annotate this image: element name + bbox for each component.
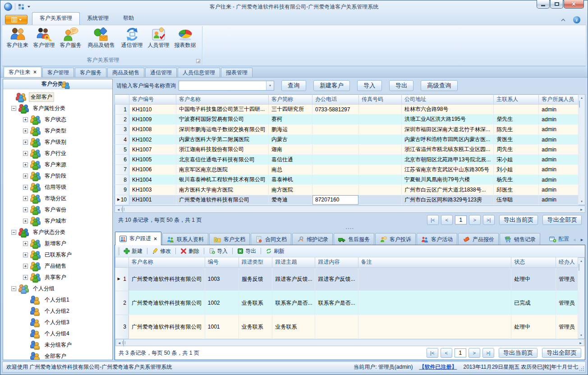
tree-item-customer-stage[interactable]: 客户阶段 <box>3 170 112 182</box>
cell[interactable]: 爱奇迪 <box>269 195 312 205</box>
cell[interactable]: 广州爱奇迪软件科技有限公司 <box>129 291 205 315</box>
page-number-input[interactable] <box>455 348 466 357</box>
cell[interactable] <box>312 134 359 144</box>
cell[interactable]: KH1002 <box>129 134 176 144</box>
cell[interactable]: 陈先生 <box>494 124 539 134</box>
last-page-button[interactable]: >| <box>483 215 495 225</box>
column-header[interactable]: 办公电话 <box>312 95 359 105</box>
cell[interactable]: 中国电子科技集团公司第三十四研... <box>176 105 269 114</box>
import-records-button[interactable]: 导入 <box>209 247 228 255</box>
cell[interactable]: 宋小姐 <box>494 155 539 165</box>
cell[interactable]: 嘉信仕通 <box>269 155 312 165</box>
cell[interactable]: admin <box>539 175 579 185</box>
cell[interactable]: 管理员 <box>556 315 578 339</box>
app-menu-button[interactable] <box>5 15 28 24</box>
tab-complaints[interactable]: 客户投诉 <box>375 233 416 245</box>
cell[interactable]: 周先生 <box>494 145 539 155</box>
cell[interactable]: 处理中 <box>511 267 556 291</box>
export-all-pages-button[interactable]: 导出全部页 <box>542 348 581 358</box>
cell[interactable]: 杨先生 <box>494 175 539 185</box>
edit-record-button[interactable]: 修改 <box>152 247 171 255</box>
cell[interactable]: 南方医院 <box>269 185 312 195</box>
cell[interactable] <box>312 185 359 195</box>
cell[interactable]: admin <box>539 105 579 114</box>
cell[interactable]: 浙江迦南科技股份有限公司 <box>176 145 269 155</box>
cell[interactable]: 1001 <box>205 315 239 339</box>
table-row[interactable]: 6KH1005北京嘉信仕通电子科技有限公司嘉信仕通北京市朝阳区北苑路甲13号院北… <box>115 155 579 165</box>
cell[interactable] <box>494 105 539 114</box>
cell[interactable]: 内蒙古 <box>269 134 312 144</box>
scroll-left-icon[interactable] <box>115 206 122 212</box>
cell[interactable] <box>312 165 359 174</box>
row-indicator[interactable]: 2 <box>115 291 129 315</box>
config-button[interactable]: 配置 <box>548 235 570 245</box>
cell[interactable]: 南京军区南京总医院 <box>176 165 269 174</box>
tab-activities[interactable]: 客户活动 <box>417 233 457 245</box>
column-header-indicator[interactable] <box>115 257 129 267</box>
query-button[interactable]: 查询 <box>281 80 306 91</box>
cell[interactable]: 深圳市福田区深南大道北竹子林深... <box>402 124 494 134</box>
cell[interactable]: KH1008 <box>129 124 176 134</box>
cell[interactable]: 嘉泰神机 <box>269 175 312 185</box>
scroll-right-icon[interactable] <box>577 339 584 346</box>
row-indicator[interactable]: 2 <box>115 114 129 124</box>
cell[interactable]: 业务联系 <box>239 291 272 315</box>
tab-scroll-right-icon[interactable] <box>579 238 585 245</box>
cell[interactable] <box>359 175 402 185</box>
cell[interactable] <box>359 185 402 195</box>
doc-tab-reports[interactable]: 报表管理 <box>221 68 253 77</box>
cell[interactable] <box>359 114 402 124</box>
tab-close-icon[interactable] <box>33 69 37 75</box>
cell[interactable]: 南总 <box>269 165 312 174</box>
table-row[interactable]: 7KH1006南京军区南京总医院南总江苏省南京市玄武区中山东路305号刘小姐ad… <box>115 165 579 174</box>
doc-tab-communication[interactable]: 通信管理 <box>145 68 177 77</box>
cell[interactable]: admin <box>539 195 579 205</box>
cell[interactable] <box>312 155 359 165</box>
cell[interactable] <box>358 315 511 339</box>
cell[interactable]: 管理员 <box>556 291 578 315</box>
column-header[interactable]: 客户简称 <box>269 95 312 105</box>
column-header[interactable]: 备注 <box>358 257 511 267</box>
cell[interactable]: 迦南 <box>269 145 312 155</box>
tab-product-quotes[interactable]: 产品报价 <box>458 233 499 245</box>
panel-splitter[interactable] <box>115 226 585 231</box>
cell[interactable]: 内蒙古医科大学第二附属医院 <box>176 134 269 144</box>
scrollbar-track[interactable] <box>122 206 578 212</box>
cell[interactable]: KH1010 <box>129 105 176 114</box>
column-header[interactable]: 主联系人 <box>494 95 539 105</box>
cell[interactable] <box>359 105 402 114</box>
cell[interactable]: 黄医生 <box>494 134 539 144</box>
expand-toggle-icon[interactable] <box>23 140 28 145</box>
cell[interactable]: admin <box>539 114 579 124</box>
quick-access-grid-icon[interactable] <box>18 4 25 10</box>
cell[interactable]: 伍华聪 <box>494 195 539 205</box>
table-row-selected[interactable]: 1广州爱奇迪软件科技有限公司1003服务反馈跟进客户反馈...跟进客户反馈...… <box>115 267 578 291</box>
row-indicator[interactable]: 4 <box>115 134 129 144</box>
table-row[interactable]: 2KH1009宁波赛柯国际贸易有限公司赛柯洪塘工业A区洪大路195号柴先生adm… <box>115 114 579 124</box>
category-settings-icon[interactable] <box>62 82 71 88</box>
quick-access-dropdown-icon[interactable] <box>28 6 30 8</box>
tree-item-status-category[interactable]: 客户状态分类 <box>3 227 112 238</box>
cell[interactable]: 洪塘工业A区洪大路195号 <box>402 114 494 124</box>
cell[interactable]: 已完成 <box>511 291 556 315</box>
tree-item-customer-province[interactable]: 客户省份 <box>3 204 112 215</box>
row-indicator[interactable]: 8 <box>115 175 129 185</box>
cell[interactable] <box>359 155 402 165</box>
cell[interactable] <box>359 134 402 144</box>
doc-tab-products-sales[interactable]: 商品及销售 <box>107 68 144 77</box>
vertical-scrollbar[interactable] <box>579 94 585 205</box>
expand-toggle-icon[interactable] <box>23 162 28 167</box>
scrollbar-thumb[interactable] <box>579 264 579 271</box>
tree-item-personal-group-3[interactable]: 个人分组3 <box>3 317 112 328</box>
cell[interactable]: KH1001 <box>129 195 176 205</box>
vertical-scrollbar[interactable] <box>578 257 585 339</box>
cell[interactable] <box>315 315 358 339</box>
ribbon-tab-help[interactable]: 帮助 <box>116 13 141 25</box>
cell[interactable]: 1002 <box>205 291 239 315</box>
prev-page-button[interactable]: < <box>441 348 452 358</box>
table-row[interactable]: 1KH1010中国电子科技集团公司第三十四研...三十四研究所0733-5881… <box>115 105 579 114</box>
cell[interactable]: 1003 <box>205 267 239 291</box>
cell[interactable]: admin <box>539 124 579 134</box>
expand-toggle-icon[interactable] <box>23 264 28 269</box>
cell[interactable]: 跟进客户反馈... <box>272 267 315 291</box>
